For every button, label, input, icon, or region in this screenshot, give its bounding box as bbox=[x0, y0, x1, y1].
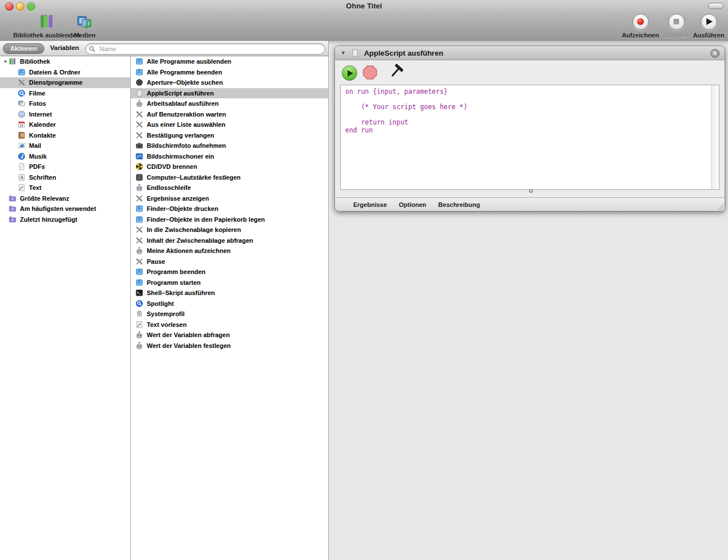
disclosure-triangle-icon[interactable]: ▼ bbox=[341, 50, 346, 56]
robot-icon bbox=[135, 184, 143, 192]
action-item-bestatigung-verlangen[interactable]: Bestätigung verlangen bbox=[131, 130, 328, 141]
sidebar-item-label: Kalender bbox=[29, 121, 56, 128]
editor-resize-handle[interactable] bbox=[529, 189, 533, 193]
xtools-icon bbox=[135, 131, 143, 139]
action-item-systemprofil[interactable]: Systemprofil bbox=[131, 309, 328, 320]
library-sidebar: ▼BibliothekDateien & OrdnerDienstprogram… bbox=[0, 56, 131, 560]
action-block-title: AppleScript ausführen bbox=[364, 49, 443, 57]
run-script-button[interactable] bbox=[342, 65, 357, 81]
sysprofile-icon bbox=[135, 310, 143, 318]
sidebar-item-am-haufigsten-verwendet[interactable]: Am häufigsten verwendet bbox=[0, 204, 130, 214]
sidebar-item-grosste-relevanz[interactable]: Größte Relevanz bbox=[0, 193, 130, 204]
sidebar-item-kalender[interactable]: 17Kalender bbox=[0, 119, 130, 130]
action-item-auf-benutzeraktion-warten[interactable]: Auf Benutzeraktion warten bbox=[131, 109, 328, 120]
xtools-icon bbox=[18, 78, 26, 86]
stop-button[interactable]: Stoppen bbox=[662, 13, 690, 39]
block-tab-beschreibung[interactable]: Beschreibung bbox=[439, 201, 480, 208]
action-item-arbeitsablauf-ausfuhren[interactable]: Arbeitsablauf ausführen bbox=[131, 98, 328, 109]
actions-list: Alle Programme ausblendenAlle Programme … bbox=[131, 56, 329, 560]
action-block-footer: ErgebnisseOptionenBeschreibung bbox=[335, 197, 725, 211]
compile-script-button[interactable] bbox=[387, 63, 406, 81]
action-item-ergebnisse-anzeigen[interactable]: Ergebnisse anzeigen bbox=[131, 193, 328, 204]
action-item-shell-skript-ausfuhren[interactable]: Shell–Skript ausführen bbox=[131, 288, 328, 298]
play-icon bbox=[701, 14, 717, 30]
fonts-icon: A bbox=[18, 173, 26, 181]
svg-text:17: 17 bbox=[20, 124, 23, 127]
action-item-finder-objekte-in-den-papierkorb-legen[interactable]: Finder–Objekte in den Papierkorb legen bbox=[131, 214, 328, 225]
sidebar-item-text[interactable]: Text bbox=[0, 182, 130, 193]
search-field[interactable] bbox=[85, 43, 325, 55]
tab-aktionen[interactable]: Aktionen bbox=[3, 43, 44, 54]
action-item-alle-programme-beenden[interactable]: Alle Programme beenden bbox=[131, 67, 328, 78]
action-item-in-die-zwischenablage-kopieren[interactable]: In die Zwischenablage kopieren bbox=[131, 225, 328, 235]
record-button[interactable]: Aufzeichnen bbox=[620, 13, 661, 39]
script-editor[interactable]: on run {input, parameters} (* Your scrip… bbox=[340, 85, 719, 190]
action-item-applescript-ausfuhren[interactable]: AppleScript ausführen bbox=[131, 88, 328, 99]
block-resize-grip-icon[interactable] bbox=[716, 202, 723, 210]
action-item-label: Wert der Variablen abfragen bbox=[147, 331, 230, 338]
search-input[interactable] bbox=[98, 44, 320, 53]
volume-icon bbox=[135, 173, 143, 181]
stop-script-button[interactable] bbox=[362, 65, 378, 80]
action-item-aperture-objekte-suchen[interactable]: Aperture–Objekte suchen bbox=[131, 77, 328, 88]
action-item-label: Inhalt der Zwischenablage abfragen bbox=[147, 237, 253, 244]
action-item-inhalt-der-zwischenablage-abfragen[interactable]: Inhalt der Zwischenablage abfragen bbox=[131, 235, 328, 246]
action-item-bildschirmschoner-ein[interactable]: Bildschirmschoner ein bbox=[131, 151, 328, 162]
action-item-label: Auf Benutzeraktion warten bbox=[147, 111, 226, 118]
block-tab-ergebnisse[interactable]: Ergebnisse bbox=[353, 201, 387, 208]
sidebar-item-musik[interactable]: Musik bbox=[0, 151, 130, 162]
action-item-label: Wert der Variablen festlegen bbox=[147, 342, 231, 349]
xtools-icon bbox=[135, 110, 143, 118]
editor-scrollbar[interactable] bbox=[711, 85, 719, 189]
action-item-alle-programme-ausblenden[interactable]: Alle Programme ausblenden bbox=[131, 56, 328, 67]
block-tab-optionen[interactable]: Optionen bbox=[399, 201, 426, 208]
sidebar-item-dienstprogramme[interactable]: Dienstprogramme bbox=[0, 77, 130, 88]
action-item-bildschirmfoto-aufnehmen[interactable]: Bildschirmfoto aufnehmen bbox=[131, 140, 328, 151]
script-code[interactable]: on run {input, parameters} (* Your scrip… bbox=[341, 85, 711, 189]
action-item-meine-aktionen-aufzeichnen[interactable]: Meine Aktionen aufzeichnen bbox=[131, 246, 328, 256]
action-item-spotlight[interactable]: Spotlight bbox=[131, 298, 328, 309]
sidebar-item-bibliothek[interactable]: ▼Bibliothek bbox=[0, 56, 130, 67]
action-item-cd-dvd-brennen[interactable]: CD/DVD brennen bbox=[131, 161, 328, 172]
toolbar-toggle-pill[interactable] bbox=[708, 3, 723, 9]
script-button-row bbox=[335, 60, 725, 85]
sidebar-item-pdfs[interactable]: PDFs bbox=[0, 161, 130, 172]
action-item-wert-der-variablen-festlegen[interactable]: Wert der Variablen festlegen bbox=[131, 341, 328, 351]
sidebar-item-label: Größte Relevanz bbox=[20, 195, 69, 202]
sidebar-item-fotos[interactable]: Fotos bbox=[0, 98, 130, 109]
disclosure-triangle-icon[interactable]: ▼ bbox=[2, 59, 9, 64]
finder-icon bbox=[135, 68, 143, 76]
close-action-icon[interactable]: ✕ bbox=[710, 49, 719, 58]
sidebar-item-kontakte[interactable]: @Kontakte bbox=[0, 130, 130, 141]
action-item-aus-einer-liste-auswahlen[interactable]: Aus einer Liste auswählen bbox=[131, 119, 328, 130]
applescript-action-block: ▼ AppleScript ausführen ✕ bbox=[334, 45, 725, 211]
sidebar-item-dateien-ordner[interactable]: Dateien & Ordner bbox=[0, 67, 130, 78]
workflow-canvas[interactable]: ▼ AppleScript ausführen ✕ bbox=[329, 41, 728, 560]
media-button[interactable]: Medien bbox=[68, 13, 101, 39]
sidebar-item-internet[interactable]: Internet bbox=[0, 109, 130, 120]
sidebar-item-mail[interactable]: Mail bbox=[0, 140, 130, 151]
action-block-header[interactable]: ▼ AppleScript ausführen ✕ bbox=[335, 46, 725, 60]
sidebar-item-label: Schriften bbox=[29, 174, 56, 181]
robot-icon bbox=[135, 247, 143, 255]
action-item-label: Systemprofil bbox=[147, 310, 185, 317]
sidebar-item-label: Bibliothek bbox=[20, 58, 50, 65]
action-item-programm-starten[interactable]: Programm starten bbox=[131, 277, 328, 288]
action-item-finder-objekte-drucken[interactable]: Finder–Objekte drucken bbox=[131, 204, 328, 214]
sidebar-item-schriften[interactable]: ASchriften bbox=[0, 172, 130, 183]
textedit-icon bbox=[135, 321, 143, 329]
sidebar-item-zuletzt-hinzugefugt[interactable]: Zuletzt hinzugefügt bbox=[0, 214, 130, 225]
action-item-text-vorlesen[interactable]: Text vorlesen bbox=[131, 320, 328, 330]
action-item-pause[interactable]: Pause bbox=[131, 256, 328, 267]
tab-variablen[interactable]: Variablen bbox=[50, 44, 79, 51]
action-item-endlosschleife[interactable]: Endlosschleife bbox=[131, 182, 328, 193]
sidebar-item-filme[interactable]: Filme bbox=[0, 88, 130, 99]
screensaver-icon bbox=[135, 152, 143, 160]
run-button[interactable]: Ausführen bbox=[692, 13, 726, 39]
action-item-computer-lautstarke-festlegen[interactable]: Computer–Lautstärke festlegen bbox=[131, 172, 328, 183]
code-line: end run bbox=[345, 127, 711, 135]
terminal-icon bbox=[135, 289, 143, 297]
action-item-programm-beenden[interactable]: Programm beenden bbox=[131, 267, 328, 277]
action-item-wert-der-variablen-abfragen[interactable]: Wert der Variablen abfragen bbox=[131, 330, 328, 341]
spotlight-icon bbox=[135, 300, 143, 308]
